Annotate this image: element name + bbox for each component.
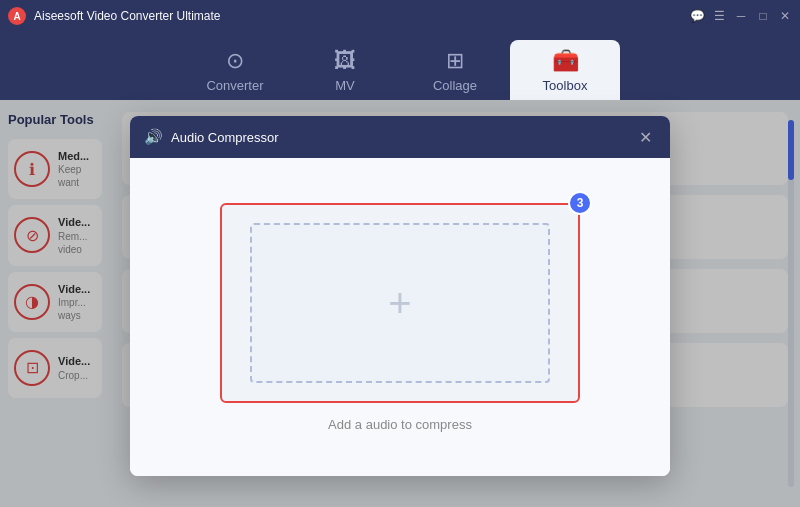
app-title: Aiseesoft Video Converter Ultimate (34, 9, 221, 23)
modal-title: Audio Compressor (171, 130, 279, 145)
tab-converter[interactable]: ⊙ Converter (180, 40, 290, 100)
modal-header: 🔊 Audio Compressor ✕ (130, 116, 670, 158)
modal-header-left: 🔊 Audio Compressor (144, 128, 279, 146)
titlebar: A Aiseesoft Video Converter Ultimate 💬 ☰… (0, 0, 800, 32)
maximize-icon[interactable]: □ (756, 9, 770, 23)
mv-icon: 🖼 (334, 48, 356, 74)
modal-close-button[interactable]: ✕ (634, 126, 656, 148)
toolbox-icon: 🧰 (552, 48, 579, 74)
converter-icon: ⊙ (226, 48, 244, 74)
tab-toolbox[interactable]: 🧰 Toolbox (510, 40, 620, 100)
drop-zone[interactable]: + (220, 203, 580, 403)
navbar: ⊙ Converter 🖼 MV ⊞ Collage 🧰 Toolbox (0, 32, 800, 100)
app-icon: A (8, 7, 26, 25)
drop-zone-plus-icon: + (388, 283, 411, 323)
modal-audio-icon: 🔊 (144, 128, 163, 146)
tab-mv-label: MV (335, 78, 355, 93)
tab-collage-label: Collage (433, 78, 477, 93)
tab-toolbox-label: Toolbox (543, 78, 588, 93)
chat-icon[interactable]: 💬 (690, 9, 704, 23)
audio-compressor-modal: 🔊 Audio Compressor ✕ + 3 Add a audio to … (130, 116, 670, 476)
main-area: Popular Tools ℹ Med... Keepwant ⊘ Vide..… (0, 100, 800, 507)
tab-converter-label: Converter (206, 78, 263, 93)
minimize-icon[interactable]: ─ (734, 9, 748, 23)
drop-zone-inner: + (250, 223, 550, 383)
close-icon[interactable]: ✕ (778, 9, 792, 23)
drop-zone-badge: 3 (568, 191, 592, 215)
modal-body: + 3 Add a audio to compress (130, 158, 670, 476)
tab-collage[interactable]: ⊞ Collage (400, 40, 510, 100)
modal-overlay: 🔊 Audio Compressor ✕ + 3 Add a audio to … (0, 100, 800, 507)
drop-zone-wrapper: + 3 (220, 203, 580, 403)
collage-icon: ⊞ (446, 48, 464, 74)
drop-zone-label: Add a audio to compress (328, 417, 472, 432)
titlebar-left: A Aiseesoft Video Converter Ultimate (8, 7, 221, 25)
tab-mv[interactable]: 🖼 MV (290, 40, 400, 100)
titlebar-controls[interactable]: 💬 ☰ ─ □ ✕ (690, 9, 792, 23)
menu-icon[interactable]: ☰ (712, 9, 726, 23)
